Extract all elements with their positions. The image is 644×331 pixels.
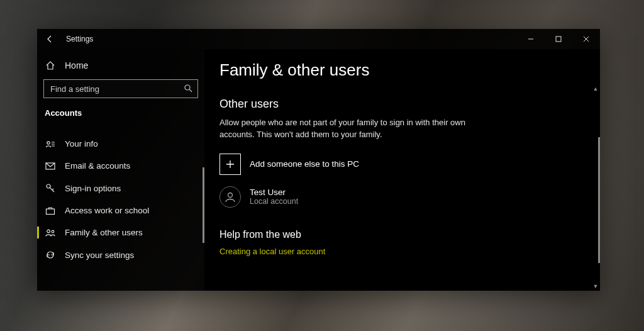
- settings-window: Settings Home Find a setting: [37, 29, 600, 291]
- close-button[interactable]: [572, 29, 600, 49]
- titlebar: Settings: [37, 29, 600, 49]
- key-icon: [45, 183, 56, 193]
- other-users-heading: Other users: [219, 98, 585, 111]
- home-button[interactable]: Home: [37, 58, 204, 76]
- add-user-label: Add someone else to this PC: [250, 159, 359, 169]
- briefcase-icon: [45, 206, 56, 215]
- svg-point-4: [47, 184, 50, 188]
- page-title: Family & other users: [219, 60, 585, 80]
- help-link[interactable]: Creating a local user account: [219, 247, 585, 256]
- sidebar-item-email-accounts[interactable]: Email & accounts: [37, 155, 204, 177]
- scroll-up-button[interactable]: ▲: [591, 84, 600, 93]
- main-content: Family & other users Other users Allow p…: [204, 49, 600, 291]
- svg-point-8: [228, 193, 233, 197]
- search-input[interactable]: Find a setting: [43, 79, 198, 98]
- sidebar-item-family-other-users[interactable]: Family & other users: [37, 222, 204, 244]
- scroll-down-button[interactable]: ▼: [591, 282, 600, 291]
- plus-icon: [219, 154, 241, 175]
- sidebar-item-label: Your info: [65, 139, 98, 149]
- svg-point-2: [47, 141, 50, 143]
- mail-icon: [45, 162, 56, 170]
- minimize-button[interactable]: [517, 29, 545, 49]
- main-scrollbar[interactable]: [598, 137, 600, 263]
- sidebar-item-sync-settings[interactable]: Sync your settings: [37, 244, 204, 266]
- sidebar-item-signin-options[interactable]: Sign-in options: [37, 177, 204, 199]
- window-title: Settings: [66, 35, 93, 43]
- user-subtitle: Local account: [250, 197, 298, 206]
- sidebar-item-label: Access work or school: [65, 206, 149, 215]
- sidebar-item-access-work-school[interactable]: Access work or school: [37, 199, 204, 222]
- user-name: Test User: [250, 188, 298, 197]
- search-placeholder: Find a setting: [50, 84, 184, 94]
- sidebar-nav: Your info Email & accounts Sign-in optio…: [37, 133, 204, 266]
- window-body: Home Find a setting Accounts Your info: [37, 49, 600, 291]
- person-card-icon: [45, 140, 56, 149]
- svg-point-7: [52, 230, 54, 233]
- sidebar-item-label: Email & accounts: [65, 161, 130, 171]
- maximize-button[interactable]: [545, 29, 572, 49]
- sidebar-item-label: Family & other users: [65, 228, 143, 237]
- add-user-button[interactable]: Add someone else to this PC: [219, 154, 585, 175]
- svg-rect-0: [556, 36, 561, 42]
- people-icon: [45, 228, 56, 237]
- svg-rect-5: [47, 209, 55, 215]
- avatar-icon: [219, 186, 241, 208]
- home-label: Home: [65, 60, 88, 70]
- search-icon: [184, 84, 192, 94]
- sidebar-section-title: Accounts: [37, 106, 204, 125]
- other-users-description: Allow people who are not part of your fa…: [219, 117, 484, 141]
- svg-point-1: [185, 85, 190, 90]
- sidebar-item-your-info[interactable]: Your info: [37, 133, 204, 155]
- sidebar: Home Find a setting Accounts Your info: [37, 49, 204, 291]
- svg-point-6: [47, 230, 50, 233]
- sidebar-item-label: Sync your settings: [65, 250, 134, 260]
- back-button[interactable]: [37, 29, 62, 49]
- help-heading: Help from the web: [219, 229, 585, 240]
- sidebar-item-label: Sign-in options: [65, 184, 121, 193]
- home-icon: [45, 60, 56, 70]
- user-entry[interactable]: Test User Local account: [219, 186, 585, 208]
- sync-icon: [45, 250, 56, 260]
